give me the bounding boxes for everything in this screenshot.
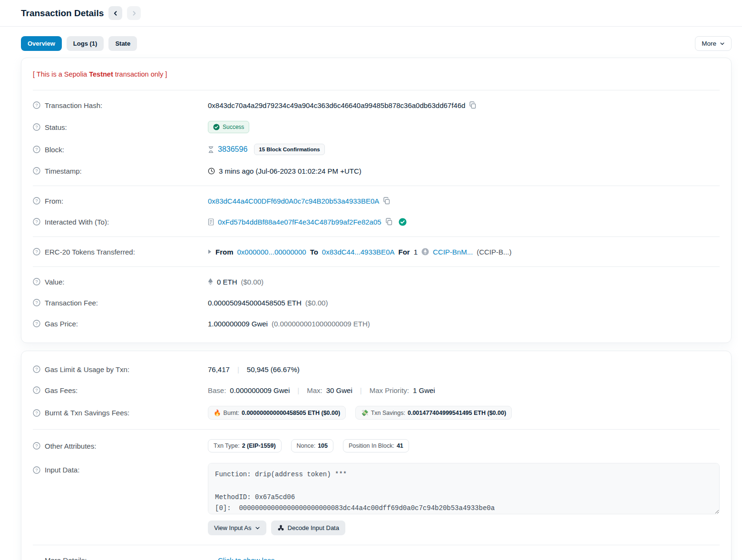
decode-input-data-button[interactable]: Decode Input Data xyxy=(271,521,345,535)
more-button-label: More xyxy=(702,40,716,47)
gas-limit-label: ? Gas Limit & Usage by Txn: xyxy=(33,365,208,373)
help-icon[interactable]: ? xyxy=(33,278,40,285)
help-icon[interactable]: ? xyxy=(33,167,40,175)
svg-text:?: ? xyxy=(35,366,38,372)
help-icon[interactable]: ? xyxy=(33,409,40,417)
show-less-link[interactable]: — Click to show less xyxy=(208,556,274,560)
divider xyxy=(33,429,720,430)
block-number-link[interactable]: 3836596 xyxy=(218,145,247,154)
gas-usage-value: 50,945 (66.67%) xyxy=(247,365,300,373)
from-label: ? From: xyxy=(33,197,208,205)
money-wings-icon: 💸 xyxy=(361,409,369,416)
burnt-savings-row: ? Burnt & Txn Savings Fees: 🔥 Burnt: 0.0… xyxy=(33,401,720,425)
previous-transaction-button[interactable] xyxy=(108,6,122,20)
help-icon[interactable]: ? xyxy=(33,365,40,373)
help-icon[interactable]: ? xyxy=(33,146,40,153)
testnet-notice: [ This is a Sepolia Testnet transaction … xyxy=(33,66,720,86)
gas-fees-label: ? Gas Fees: xyxy=(33,386,208,394)
divider xyxy=(33,90,720,90)
fire-icon: 🔥 xyxy=(214,409,221,416)
svg-text:?: ? xyxy=(35,168,38,173)
help-icon[interactable]: ? xyxy=(33,442,40,450)
gas-fees-row: ? Gas Fees: Base: 0.000000009 Gwei | Max… xyxy=(33,380,720,401)
svg-text:?: ? xyxy=(35,102,38,108)
help-icon[interactable]: ? xyxy=(33,466,40,474)
help-icon[interactable]: ? xyxy=(33,197,40,205)
chevron-down-icon xyxy=(720,41,725,46)
divider xyxy=(33,186,720,186)
value-usd: ($0.00) xyxy=(241,278,264,286)
position-in-block-value: 41 xyxy=(397,442,403,449)
svg-text:?: ? xyxy=(35,279,38,284)
help-icon[interactable]: ? xyxy=(33,101,40,109)
view-input-as-button[interactable]: View Input As xyxy=(208,521,266,535)
erc20-amount: 1 xyxy=(414,248,418,256)
clock-icon xyxy=(208,167,215,175)
tabs: Overview Logs (1) State xyxy=(21,36,137,51)
erc20-transfer-item: From 0x000000...00000000 To 0x83dC44...4… xyxy=(208,248,720,256)
token-icon xyxy=(421,248,429,255)
help-icon[interactable]: ? xyxy=(33,248,40,255)
from-address-link[interactable]: 0x83dC44a4C00DFf69d0A0c7c94B20b53a4933BE… xyxy=(208,197,379,205)
txn-savings-badge: 💸 Txn Savings: 0.001477404999541495 ETH … xyxy=(355,406,512,420)
input-data-actions: View Input As Decode Input Data xyxy=(208,521,720,535)
chevron-right-icon xyxy=(131,10,137,16)
erc20-token-symbol: (CCIP-B...) xyxy=(477,248,511,256)
copy-icon[interactable] xyxy=(469,101,477,109)
more-details-row: More Details: — Click to show less xyxy=(33,550,720,560)
position-in-block-badge: Position In Block: 41 xyxy=(343,439,409,452)
gas-price-label: ? Gas Price: xyxy=(33,320,208,328)
erc20-to-address-link[interactable]: 0x83dC44...4933BE0A xyxy=(322,248,395,256)
svg-text:?: ? xyxy=(35,300,38,305)
tabs-row: Overview Logs (1) State More xyxy=(21,36,732,51)
transaction-hash-value: 0x843dc70a4a29d79234c49a904c363d6c46640a… xyxy=(208,101,465,109)
burnt-badge: 🔥 Burnt: 0.000000000000458505 ETH ($0.00… xyxy=(208,406,346,420)
interacted-with-address-link[interactable]: 0xFd57b4ddBf88a4e07fF4e34C487b99af2Fe82a… xyxy=(218,218,381,226)
copy-icon[interactable] xyxy=(383,197,391,205)
input-data-row: ? Input Data: Function: drip(address tok… xyxy=(33,458,720,540)
tab-overview[interactable]: Overview xyxy=(21,36,62,51)
check-circle-icon xyxy=(213,124,220,130)
gas-limit-row: ? Gas Limit & Usage by Txn: 76,417 | 50,… xyxy=(33,359,720,380)
transaction-fee-row: ? Transaction Fee: 0.000050945000458505 … xyxy=(33,292,720,313)
erc20-from-address-link[interactable]: 0x000000...00000000 xyxy=(237,248,306,256)
more-button[interactable]: More xyxy=(695,36,732,51)
timestamp-label: ? Timestamp: xyxy=(33,167,208,175)
copy-icon[interactable] xyxy=(385,218,393,226)
tab-state[interactable]: State xyxy=(108,36,137,51)
input-data-textarea[interactable]: Function: drip(address token) *** Method… xyxy=(208,463,720,514)
block-label: ? Block: xyxy=(33,146,208,154)
decode-icon xyxy=(277,524,284,531)
chevron-down-icon xyxy=(255,525,260,531)
help-icon[interactable]: ? xyxy=(33,218,40,226)
help-icon[interactable]: ? xyxy=(33,299,40,306)
erc20-token-link[interactable]: CCIP-BnM... xyxy=(433,248,473,256)
caret-right-icon xyxy=(208,249,212,254)
svg-text:?: ? xyxy=(35,443,38,448)
value-row: ? Value: 0 ETH ($0.00) xyxy=(33,271,720,292)
svg-text:?: ? xyxy=(35,219,38,224)
help-icon[interactable]: ? xyxy=(33,386,40,394)
page-title: Transaction Details xyxy=(21,8,104,19)
gas-price-row: ? Gas Price: 1.000000009 Gwei (0.0000000… xyxy=(33,313,720,334)
next-transaction-button[interactable] xyxy=(127,6,141,20)
transaction-hash-label: ? Transaction Hash: xyxy=(33,101,208,109)
svg-text:?: ? xyxy=(35,387,38,393)
interacted-with-label: ? Interacted With (To): xyxy=(33,218,208,226)
help-icon[interactable]: ? xyxy=(33,320,40,327)
txn-type-badge: Txn Type: 2 (EIP-1559) xyxy=(208,439,282,452)
gas-limit-value: 76,417 xyxy=(208,365,230,373)
more-details-label: More Details: xyxy=(33,556,208,560)
tab-logs[interactable]: Logs (1) xyxy=(67,36,104,51)
page-header: Transaction Details xyxy=(0,0,742,27)
gas-fee-base: 0.000000009 Gwei xyxy=(230,386,290,394)
erc20-transfers-label: ? ERC-20 Tokens Transferred: xyxy=(33,248,208,256)
block-row: ? Block: 3836596 15 Block Confirmations xyxy=(33,138,720,160)
input-data-label: ? Input Data: xyxy=(33,463,208,474)
transaction-hash-row: ? Transaction Hash: 0x843dc70a4a29d79234… xyxy=(33,95,720,116)
svg-text:?: ? xyxy=(35,467,38,472)
timestamp-value: 3 mins ago (Jul-06-2023 01:02:24 PM +UTC… xyxy=(219,167,361,175)
help-icon[interactable]: ? xyxy=(33,123,40,131)
block-confirmations-badge: 15 Block Confirmations xyxy=(254,144,324,155)
svg-text:?: ? xyxy=(35,124,38,129)
